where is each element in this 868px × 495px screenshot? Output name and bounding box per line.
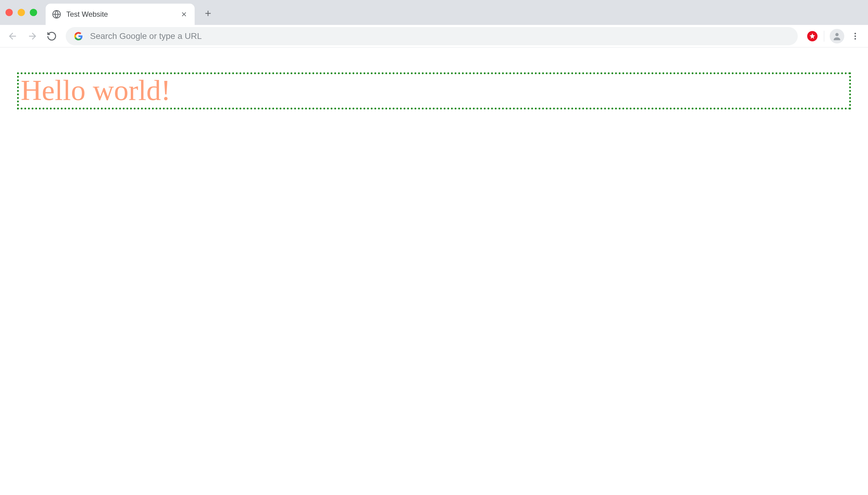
tab-strip: Test Website bbox=[0, 0, 868, 25]
profile-button[interactable] bbox=[830, 29, 844, 44]
svg-point-3 bbox=[855, 35, 856, 37]
new-tab-button[interactable] bbox=[200, 5, 217, 22]
address-input[interactable] bbox=[90, 31, 790, 41]
forward-button[interactable] bbox=[24, 28, 41, 45]
extension-icon bbox=[807, 31, 818, 41]
extension-button[interactable] bbox=[806, 30, 818, 42]
window-controls bbox=[5, 9, 37, 16]
window-minimize-button[interactable] bbox=[18, 9, 25, 16]
reload-icon bbox=[47, 31, 57, 41]
close-icon bbox=[180, 11, 188, 18]
toolbar bbox=[0, 25, 868, 48]
toolbar-divider bbox=[824, 31, 824, 42]
menu-button[interactable] bbox=[847, 28, 864, 45]
browser-tab[interactable]: Test Website bbox=[46, 4, 195, 25]
svg-point-1 bbox=[835, 33, 839, 36]
page-content: Hello world! bbox=[0, 48, 868, 122]
browser-chrome: Test Website bbox=[0, 0, 868, 48]
page-heading: Hello world! bbox=[17, 72, 851, 109]
tab-title: Test Website bbox=[66, 10, 174, 19]
profile-icon bbox=[832, 31, 842, 41]
plus-icon bbox=[203, 9, 212, 18]
back-button[interactable] bbox=[4, 28, 21, 45]
window-close-button[interactable] bbox=[5, 9, 13, 16]
arrow-left-icon bbox=[7, 31, 18, 42]
globe-icon bbox=[52, 10, 62, 19]
arrow-right-icon bbox=[27, 31, 38, 42]
omnibox[interactable] bbox=[66, 27, 798, 45]
svg-point-2 bbox=[855, 33, 856, 34]
tab-close-button[interactable] bbox=[180, 10, 189, 19]
google-icon bbox=[73, 31, 83, 41]
reload-button[interactable] bbox=[43, 28, 60, 45]
kebab-menu-icon bbox=[851, 32, 860, 41]
window-fullscreen-button[interactable] bbox=[30, 9, 37, 16]
svg-point-4 bbox=[855, 38, 856, 39]
